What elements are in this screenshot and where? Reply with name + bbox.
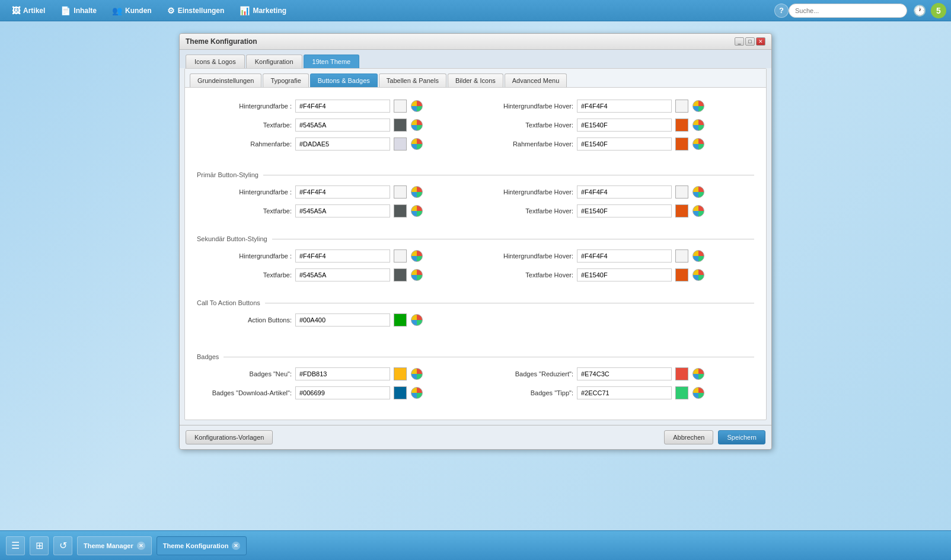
scroll-content[interactable]: Hintergrundfarbe : Textfarbe: bbox=[185, 88, 766, 420]
sekundar-hintergrundfarbe-hover-input[interactable] bbox=[577, 249, 672, 263]
default-section: Hintergrundfarbe : Textfarbe: bbox=[197, 97, 754, 159]
badges-download-swatch[interactable] bbox=[394, 386, 407, 399]
primar-textfarbe-input[interactable] bbox=[295, 204, 390, 217]
badges-reduziert-input[interactable] bbox=[577, 367, 672, 380]
hintergrundfarbe-input[interactable] bbox=[295, 100, 390, 113]
sekundar-hintergrundfarbe-input[interactable] bbox=[295, 249, 390, 263]
nav-einstellungen[interactable]: ⚙ Einstellungen bbox=[160, 4, 232, 18]
nav-artikel[interactable]: 🖼 Artikel bbox=[5, 4, 52, 18]
sekundar-hintergrundfarbe-hover-picker[interactable] bbox=[692, 249, 705, 263]
sekundar-textfarbe-hover-input[interactable] bbox=[577, 268, 672, 281]
textfarbe-hover-picker[interactable] bbox=[692, 119, 705, 132]
primar-hintergrundfarbe-hover-picker[interactable] bbox=[692, 185, 705, 199]
rahmenfarbe-hover-swatch[interactable] bbox=[675, 137, 688, 151]
textfarbe-hover-swatch[interactable] bbox=[675, 119, 688, 132]
dialog-title: Theme Konfiguration bbox=[186, 37, 257, 46]
primar-hintergrundfarbe-input[interactable] bbox=[295, 185, 390, 199]
taskbar-tab-theme-config[interactable]: Theme Konfiguration ✕ bbox=[157, 536, 247, 555]
help-button[interactable]: ? bbox=[774, 4, 789, 18]
restore-button[interactable]: □ bbox=[745, 37, 755, 46]
sekundar-textfarbe-hover-picker[interactable] bbox=[692, 268, 705, 281]
hintergrundfarbe-picker[interactable] bbox=[410, 100, 423, 113]
textfarbe-input[interactable] bbox=[295, 119, 390, 132]
minimize-button[interactable]: _ bbox=[735, 37, 744, 46]
badges-download-input[interactable] bbox=[295, 386, 390, 399]
badges-reduziert-picker[interactable] bbox=[692, 367, 705, 380]
primar-hintergrundfarbe-hover-input[interactable] bbox=[577, 185, 672, 199]
primar-textfarbe-hover-picker[interactable] bbox=[692, 204, 705, 217]
sekundar-textfarbe-input[interactable] bbox=[295, 268, 390, 281]
default-left: Hintergrundfarbe : Textfarbe: bbox=[203, 100, 467, 156]
badges-section: Badges "Neu": Badges "Download-Artikel": bbox=[197, 367, 754, 405]
sekundar-textfarbe-hover-swatch[interactable] bbox=[675, 268, 688, 281]
tab-typografie[interactable]: Typografie bbox=[263, 73, 308, 87]
hintergrundfarbe-hover-swatch[interactable] bbox=[675, 100, 688, 113]
primar-textfarbe-swatch[interactable] bbox=[394, 204, 407, 217]
badges-download-picker[interactable] bbox=[410, 386, 423, 399]
tab-konfiguration[interactable]: Konfiguration bbox=[246, 55, 302, 68]
hintergrundfarbe-swatch[interactable] bbox=[394, 100, 407, 113]
clock-icon[interactable]: 🕐 bbox=[913, 4, 926, 17]
textfarbe-swatch[interactable] bbox=[394, 119, 407, 132]
sekundar-hintergrundfarbe-hover-group: Hintergrundfarbe Hover: bbox=[484, 249, 748, 263]
tab-advanced-menu[interactable]: Advanced Menu bbox=[505, 73, 567, 87]
sekundar-hintergrundfarbe-hover-swatch[interactable] bbox=[675, 249, 688, 263]
badges-divider: Badges bbox=[197, 353, 754, 360]
sekundar-textfarbe-picker[interactable] bbox=[410, 268, 423, 281]
rahmenfarbe-hover-input[interactable] bbox=[577, 137, 672, 151]
hintergrundfarbe-hover-picker[interactable] bbox=[692, 100, 705, 113]
primar-hintergrundfarbe-picker[interactable] bbox=[410, 185, 423, 199]
taskbar-menu-icon[interactable]: ☰ bbox=[6, 536, 25, 555]
dialog-controls: _ □ ✕ bbox=[735, 37, 765, 46]
tab-bilder-icons[interactable]: Bilder & Icons bbox=[448, 73, 503, 87]
taskbar-tab-theme-manager[interactable]: Theme Manager ✕ bbox=[77, 536, 152, 555]
badges-tipp-input[interactable] bbox=[577, 386, 672, 399]
nav-marketing[interactable]: 📊 Marketing bbox=[232, 4, 293, 18]
tab-buttons-badges[interactable]: Buttons & Badges bbox=[310, 73, 378, 87]
sekundar-hintergrundfarbe-hover-label: Hintergrundfarbe Hover: bbox=[484, 252, 573, 260]
taskbar-windows-icon[interactable]: ⊞ bbox=[30, 536, 49, 555]
badges-neu-swatch[interactable] bbox=[394, 367, 407, 380]
primar-textfarbe-hover-input[interactable] bbox=[577, 204, 672, 217]
primar-textfarbe-picker[interactable] bbox=[410, 204, 423, 217]
rahmenfarbe-picker[interactable] bbox=[410, 137, 423, 151]
nav-inhalte[interactable]: 📄 Inhalte bbox=[53, 4, 104, 18]
rahmenfarbe-input[interactable] bbox=[295, 137, 390, 151]
tab-tabellen-panels[interactable]: Tabellen & Panels bbox=[379, 73, 446, 87]
tab-19ten-theme[interactable]: 19ten Theme bbox=[304, 55, 360, 68]
sekundar-hintergrundfarbe-picker[interactable] bbox=[410, 249, 423, 263]
nav-kunden[interactable]: 👥 Kunden bbox=[105, 4, 159, 18]
badges-tipp-swatch[interactable] bbox=[675, 386, 688, 399]
sekundar-hintergrundfarbe-swatch[interactable] bbox=[394, 249, 407, 263]
taskbar-tab-theme-config-close[interactable]: ✕ bbox=[232, 542, 240, 550]
inner-tab-bar: Grundeinstellungen Typografie Buttons & … bbox=[185, 69, 766, 88]
taskbar-tab-theme-manager-close[interactable]: ✕ bbox=[137, 542, 145, 550]
hintergrundfarbe-hover-input[interactable] bbox=[577, 100, 672, 113]
badges-neu-input[interactable] bbox=[295, 367, 390, 380]
sekundar-textfarbe-label: Textfarbe: bbox=[203, 271, 292, 279]
rahmenfarbe-hover-picker[interactable] bbox=[692, 137, 705, 151]
primar-hintergrundfarbe-hover-swatch[interactable] bbox=[675, 185, 688, 199]
badges-neu-picker[interactable] bbox=[410, 367, 423, 380]
badges-tipp-picker[interactable] bbox=[692, 386, 705, 399]
tab-grundeinstellungen[interactable]: Grundeinstellungen bbox=[190, 73, 261, 87]
save-button[interactable]: Speichern bbox=[718, 430, 765, 444]
action-buttons-swatch[interactable] bbox=[394, 313, 407, 327]
taskbar-refresh-icon[interactable]: ↺ bbox=[53, 536, 72, 555]
cancel-button[interactable]: Abbrechen bbox=[664, 430, 713, 444]
action-buttons-picker[interactable] bbox=[410, 313, 423, 327]
action-buttons-input[interactable] bbox=[295, 313, 390, 327]
search-input[interactable] bbox=[789, 4, 907, 18]
notification-badge[interactable]: 5 bbox=[931, 3, 946, 18]
rahmenfarbe-swatch[interactable] bbox=[394, 137, 407, 151]
primar-textfarbe-hover-swatch[interactable] bbox=[675, 204, 688, 217]
close-button[interactable]: ✕ bbox=[756, 37, 765, 46]
sekundar-textfarbe-swatch[interactable] bbox=[394, 268, 407, 281]
sekundar-hintergrundfarbe-group: Hintergrundfarbe : bbox=[203, 249, 467, 263]
textfarbe-picker[interactable] bbox=[410, 119, 423, 132]
badges-reduziert-swatch[interactable] bbox=[675, 367, 688, 380]
tab-icons-logos[interactable]: Icons & Logos bbox=[186, 55, 245, 68]
primar-hintergrundfarbe-swatch[interactable] bbox=[394, 185, 407, 199]
template-button[interactable]: Konfigurations-Vorlagen bbox=[186, 430, 273, 444]
textfarbe-hover-input[interactable] bbox=[577, 119, 672, 132]
